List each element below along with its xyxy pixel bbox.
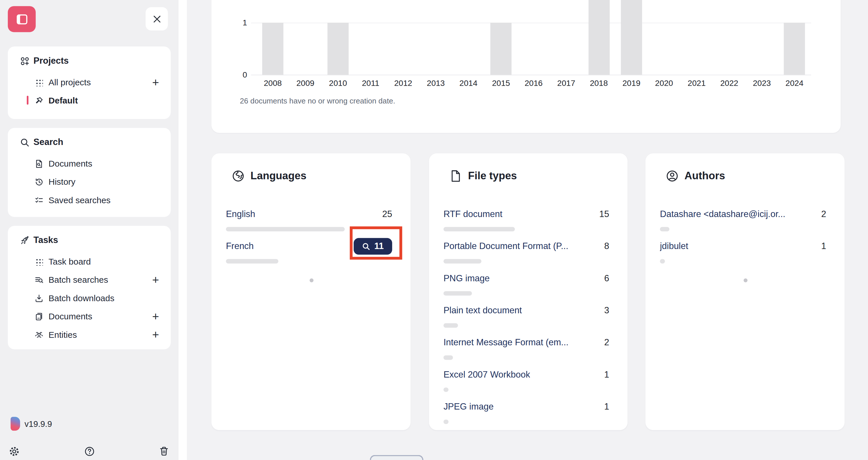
tasks-section: Tasks Task board Batch searches + <box>8 226 171 349</box>
document-search-icon <box>35 159 43 168</box>
trash-button[interactable] <box>159 446 169 456</box>
sidebar-item-task-board[interactable]: Task board <box>8 253 162 271</box>
pagination-dot <box>309 278 313 282</box>
sidebar-item-default-project[interactable]: Default <box>8 91 162 109</box>
question-mark-icon <box>84 446 95 457</box>
annotation-highlight-box <box>350 227 402 260</box>
file-types-header: File types <box>429 153 628 183</box>
help-button[interactable] <box>84 446 95 457</box>
file-icon <box>449 169 462 183</box>
main-content: 1 0 200820092010201120122013201420152016… <box>187 0 868 460</box>
search-header: Search <box>8 137 162 147</box>
facet-row: RTF document15 <box>443 206 609 238</box>
facet-link[interactable]: French <box>226 241 253 251</box>
grid-dots-icon <box>35 78 43 87</box>
projects-header: Projects <box>8 55 162 66</box>
facet-row: Internet Message Format (em...2 <box>443 334 609 366</box>
facet-link[interactable]: Portable Document Format (P... <box>443 241 568 251</box>
x-axis-label: 2021 <box>681 79 713 88</box>
datashare-mini-logo-icon <box>11 417 20 431</box>
download-icon <box>35 294 43 303</box>
creation-dates-chart-card: 1 0 200820092010201120122013201420152016… <box>211 0 841 133</box>
x-axis-label: 2022 <box>713 79 745 88</box>
close-icon <box>152 14 161 24</box>
file-types-title: File types <box>468 170 517 182</box>
sidebar-item-all-projects[interactable]: All projects + <box>8 73 162 91</box>
add-batch-search-button[interactable]: + <box>149 274 162 286</box>
x-axis-label: 2024 <box>778 79 811 88</box>
sidebar-item-batch-downloads[interactable]: Batch downloads <box>8 289 162 307</box>
facet-row: Excel 2007 Workbook1 <box>443 366 609 398</box>
facet-bar <box>443 355 453 360</box>
facet-count: 1 <box>604 370 609 380</box>
facet-bar <box>443 227 515 231</box>
search-icon <box>20 137 30 147</box>
sidebar-item-documents-search[interactable]: Documents <box>8 155 162 173</box>
sidebar-item-documents-tasks[interactable]: Documents + <box>8 307 162 325</box>
app-version: v19.9.9 <box>11 417 52 431</box>
tasks-title: Tasks <box>33 235 58 245</box>
bottom-cutoff-element <box>370 455 424 460</box>
history-clock-icon <box>35 177 43 187</box>
sidebar-item-batch-searches[interactable]: Batch searches + <box>8 271 162 289</box>
languages-header: Languages <box>211 153 411 183</box>
facet-link[interactable]: jdibulet <box>660 241 688 251</box>
facet-bar <box>660 259 664 263</box>
pin-icon <box>35 96 43 105</box>
facet-link[interactable]: JPEG image <box>443 402 494 412</box>
stacked-documents-icon <box>35 312 43 321</box>
tasks-header: Tasks <box>8 235 162 245</box>
languages-card: Languages English25French11 <box>211 153 411 430</box>
facet-bar <box>226 259 278 263</box>
x-axis-label: 2010 <box>322 79 354 88</box>
sidebar-item-saved-searches[interactable]: Saved searches <box>8 191 162 209</box>
x-axis-label: 2013 <box>420 79 452 88</box>
globe-icon <box>231 169 245 183</box>
facet-row: JPEG image1 <box>443 399 609 431</box>
rocket-icon <box>20 235 30 245</box>
x-axis-label: 2017 <box>550 79 582 88</box>
facet-link[interactable]: RTF document <box>443 209 502 219</box>
facet-bar <box>443 387 448 392</box>
settings-button[interactable] <box>9 446 20 457</box>
facet-link[interactable]: Datashare <datashare@icij.or... <box>660 209 785 219</box>
facet-bar <box>660 227 669 231</box>
add-project-button[interactable]: + <box>149 76 162 88</box>
person-circle-icon <box>665 169 679 183</box>
chart-bar <box>621 0 642 75</box>
facet-link[interactable]: English <box>226 209 255 219</box>
file-types-rows: RTF document15Portable Document Format (… <box>429 206 628 431</box>
chart-note: 26 documents have no or wrong creation d… <box>240 97 395 105</box>
sidebar-item-history[interactable]: History <box>8 173 162 191</box>
facet-count: 1 <box>821 241 826 251</box>
sidebar-footer <box>0 446 179 460</box>
sidebar: Projects All projects + Default <box>0 0 179 460</box>
panel-left-icon <box>17 14 27 24</box>
facet-link[interactable]: Internet Message Format (em... <box>443 338 568 348</box>
facet-row: jdibulet1 <box>660 238 826 270</box>
version-label: v19.9.9 <box>25 419 52 429</box>
add-documents-task-button[interactable]: + <box>149 310 162 322</box>
projects-section: Projects All projects + Default <box>8 46 171 119</box>
x-axis-label: 2018 <box>583 79 615 88</box>
add-entities-task-button[interactable]: + <box>149 329 162 341</box>
facet-bar <box>226 227 344 231</box>
authors-title: Authors <box>685 170 725 182</box>
facet-link[interactable]: Excel 2007 Workbook <box>443 370 530 380</box>
facet-link[interactable]: Plain text document <box>443 305 522 316</box>
datashare-app: Projects All projects + Default <box>0 0 868 460</box>
facet-row: Portable Document Format (P...8 <box>443 238 609 270</box>
x-axis-label: 2014 <box>452 79 485 88</box>
facet-link[interactable]: PNG image <box>443 273 490 284</box>
facet-count: 3 <box>604 305 609 316</box>
search-section: Search Documents <box>8 128 171 217</box>
chart-bar <box>327 23 349 75</box>
facet-row: Datashare <datashare@icij.or...2 <box>660 206 826 238</box>
x-axis-label: 2009 <box>289 79 321 88</box>
datashare-logo-button[interactable] <box>8 6 36 32</box>
gear-icon <box>9 446 20 457</box>
close-sidebar-button[interactable] <box>146 7 168 31</box>
facet-count: 8 <box>604 241 609 251</box>
sidebar-item-entities[interactable]: Entities + <box>8 325 162 343</box>
x-axis-label: 2012 <box>387 79 419 88</box>
